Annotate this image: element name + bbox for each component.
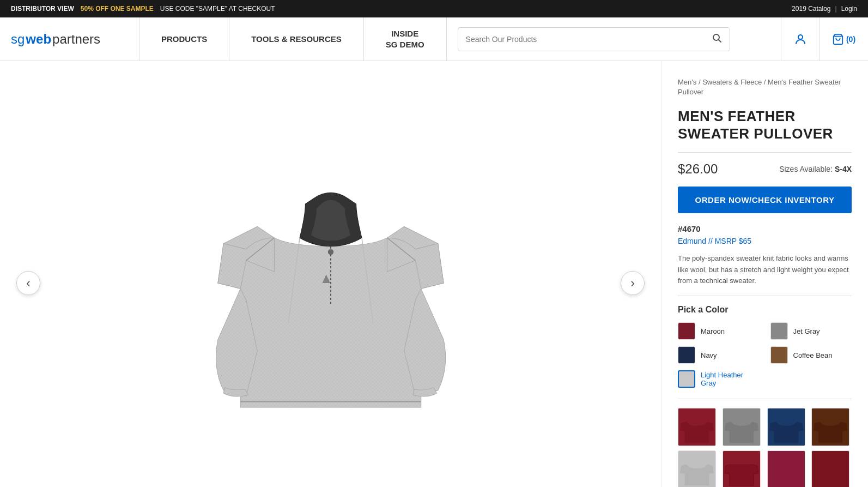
color-divider [678, 399, 852, 399]
cart-icon [832, 33, 844, 45]
product-main-image [189, 125, 472, 441]
product-brand: Edmund // MSRP $65 [678, 237, 852, 245]
thumbnail-coffee-bean-front[interactable] [811, 408, 849, 446]
thumbnail-light-heather-front[interactable] [678, 450, 716, 487]
logo[interactable]: sgwebpartners [11, 32, 128, 47]
breadcrumb-sweaters[interactable]: Sweaters & Fleece [702, 78, 762, 86]
distributor-label: DISTRIBUTOR VIEW [11, 5, 74, 13]
left-arrow-icon: ‹ [26, 276, 31, 290]
nav-inside-sg[interactable]: INSIDESG DEMO [364, 17, 447, 61]
color-label-maroon: Maroon [701, 327, 725, 335]
color-option-coffee-bean[interactable]: Coffee Bean [770, 346, 852, 364]
color-label-light-heather-gray: Light Heather Gray [701, 371, 760, 387]
separator: | [835, 5, 837, 13]
nav-products[interactable]: PRODUCTS [139, 17, 229, 61]
sizes-available: Sizes Available: S-4X [779, 165, 852, 173]
color-option-light-heather-gray[interactable]: Light Heather Gray [678, 370, 760, 388]
svg-line-1 [718, 39, 721, 42]
announcement-bar: DISTRIBUTOR VIEW 50% OFF ONE SAMPLE USE … [0, 0, 868, 17]
color-swatch-light-heather-gray [678, 370, 695, 388]
product-image-svg [189, 125, 472, 441]
color-label-coffee-bean: Coffee Bean [793, 351, 833, 359]
next-image-button[interactable]: › [621, 271, 645, 295]
logo-partners: partners [52, 32, 100, 47]
color-grid: Maroon Jet Gray Navy Coffee Bean Light H… [678, 322, 852, 388]
header: sgwebpartners PRODUCTS TOOLS & RESOURCES… [0, 17, 868, 61]
color-section-title: Pick a Color [678, 305, 852, 315]
thumbnail-navy-front[interactable] [767, 408, 805, 446]
logo-web: web [26, 32, 51, 47]
color-option-maroon[interactable]: Maroon [678, 322, 760, 340]
product-number: #4670 [678, 224, 852, 233]
color-swatch-maroon [678, 322, 695, 340]
breadcrumb-mens[interactable]: Men's [678, 78, 696, 86]
main-content: ‹ [0, 61, 868, 487]
user-icon [794, 33, 807, 46]
search-icon [712, 33, 722, 43]
title-divider [678, 152, 852, 153]
cart-count: (0) [846, 35, 855, 44]
search-input[interactable] [458, 29, 705, 49]
cart-button[interactable]: (0) [819, 17, 868, 61]
search-box [458, 27, 730, 51]
thumbnail-maroon-detail[interactable] [811, 450, 849, 487]
thumbnail-strip [678, 408, 852, 487]
svg-rect-16 [812, 451, 849, 487]
logo-sg: sg [11, 32, 25, 47]
header-icons: (0) [781, 17, 868, 61]
thumbnail-maroon-side[interactable] [767, 450, 805, 487]
svg-rect-15 [768, 451, 805, 487]
color-swatch-coffee-bean [770, 346, 788, 364]
thumbnail-maroon-front[interactable] [678, 408, 716, 446]
svg-point-2 [798, 35, 803, 39]
color-label-navy: Navy [701, 351, 717, 359]
svg-point-8 [327, 249, 333, 255]
thumbnail-jet-gray-front[interactable] [723, 408, 761, 446]
logo-area: sgwebpartners [0, 32, 139, 47]
desc-divider [678, 296, 852, 296]
color-label-jet-gray: Jet Gray [793, 327, 820, 335]
breadcrumb: Men's / Sweaters & Fleece / Men's Feathe… [678, 77, 852, 97]
color-swatch-navy [678, 346, 695, 364]
thumbnail-maroon-back[interactable] [723, 450, 761, 487]
product-title: MEN'S FEATHER SWEATER PULLOVER [678, 108, 852, 142]
promo-text: USE CODE "SAMPLE" AT CHECKOUT [160, 5, 275, 13]
login-link[interactable]: Login [841, 5, 857, 13]
prev-image-button[interactable]: ‹ [16, 271, 40, 295]
search-area [447, 27, 781, 51]
product-price: $26.00 [678, 161, 718, 177]
price-row: $26.00 Sizes Available: S-4X [678, 161, 852, 177]
color-option-navy[interactable]: Navy [678, 346, 760, 364]
product-detail-panel: Men's / Sweaters & Fleece / Men's Feathe… [661, 61, 868, 487]
product-description: The poly-spandex sweater knit fabric loo… [678, 253, 852, 287]
account-button[interactable] [781, 17, 819, 61]
product-image-area: ‹ [0, 61, 661, 487]
sizes-value: S-4X [835, 165, 852, 173]
color-option-jet-gray[interactable]: Jet Gray [770, 322, 852, 340]
catalog-link[interactable]: 2019 Catalog [792, 5, 830, 13]
color-swatch-jet-gray [770, 322, 788, 340]
order-now-button[interactable]: ORDER NOW/CHECK INVENTORY [678, 187, 852, 213]
promo-highlight: 50% OFF ONE SAMPLE [81, 5, 154, 13]
nav-tools-resources[interactable]: TOOLS & RESOURCES [229, 17, 364, 61]
search-button[interactable] [705, 28, 730, 51]
right-arrow-icon: › [630, 276, 635, 290]
main-nav: PRODUCTS TOOLS & RESOURCES INSIDESG DEMO [139, 17, 447, 61]
